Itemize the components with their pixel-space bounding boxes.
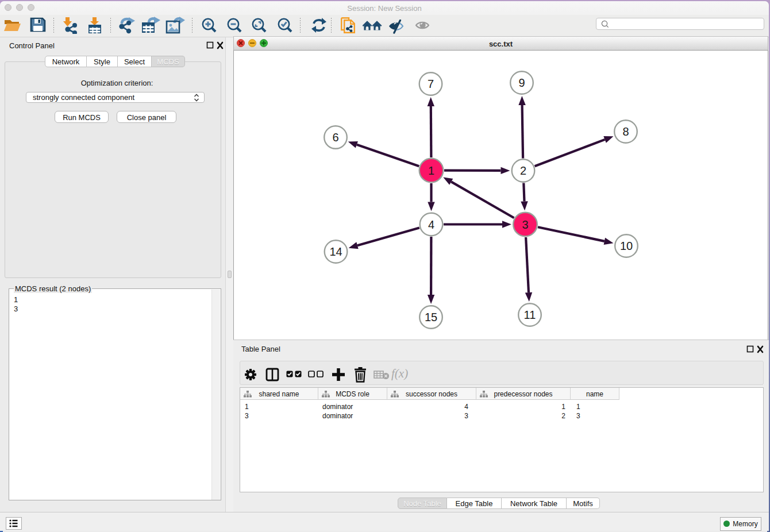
svg-text:4: 4 bbox=[428, 218, 434, 231]
svg-text:8: 8 bbox=[622, 125, 629, 138]
svg-text:11: 11 bbox=[524, 309, 536, 321]
svg-text:6: 6 bbox=[332, 131, 338, 144]
svg-text:7: 7 bbox=[428, 78, 434, 90]
svg-text:3: 3 bbox=[522, 218, 528, 231]
svg-text:10: 10 bbox=[620, 240, 633, 252]
svg-text:1: 1 bbox=[428, 164, 434, 177]
svg-text:15: 15 bbox=[425, 311, 437, 323]
svg-text:2: 2 bbox=[520, 164, 526, 177]
svg-text:9: 9 bbox=[518, 76, 525, 89]
svg-text:14: 14 bbox=[329, 245, 342, 258]
